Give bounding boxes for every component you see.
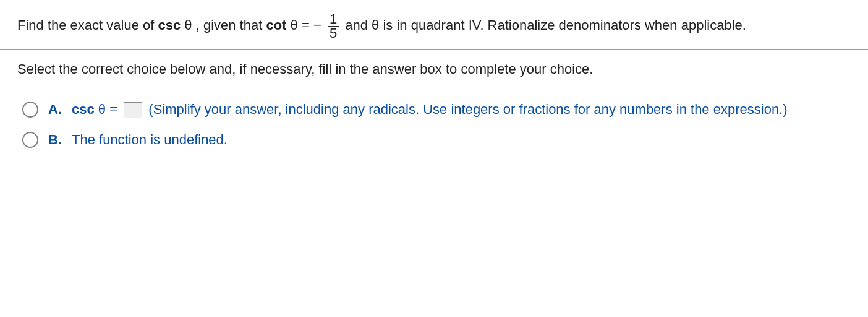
choice-a-body: csc θ = (Simplify your answer, including… [72,98,851,120]
instruction-text: Select the correct choice below and, if … [17,58,851,80]
choice-a-equals: = [109,102,121,117]
theta-symbol: θ [184,17,192,33]
choice-b-letter: B. [48,129,63,150]
theta-symbol-2: θ [291,17,298,33]
choice-a-letter: A. [48,98,63,120]
choice-a: A. csc θ = (Simplify your answer, includ… [22,98,851,120]
radio-a[interactable] [22,102,38,118]
radio-b[interactable] [22,132,38,148]
choice-a-theta: θ [98,102,106,117]
choice-a-csc: csc [72,102,95,117]
fraction-numerator: 1 [328,12,339,26]
fraction: 1 5 [328,12,339,40]
minus-sign: − [313,17,321,33]
text-part1: Find the exact value of [17,17,158,33]
cot-label: cot [266,17,286,33]
answer-input[interactable] [124,102,142,118]
text-part2: , given that [196,17,266,33]
csc-label: csc [158,17,181,33]
equals-sign: = [302,17,313,33]
choice-b-text: The function is undefined. [72,129,851,150]
divider [0,49,868,50]
fraction-denominator: 5 [328,26,339,40]
text-part3: and θ is in quadrant IV. Rationalize den… [345,17,746,33]
choice-b: B. The function is undefined. [22,129,851,150]
choices-group: A. csc θ = (Simplify your answer, includ… [22,98,851,150]
question-stem: Find the exact value of csc θ , given th… [17,12,851,40]
choice-a-hint: (Simplify your answer, including any rad… [148,102,787,117]
